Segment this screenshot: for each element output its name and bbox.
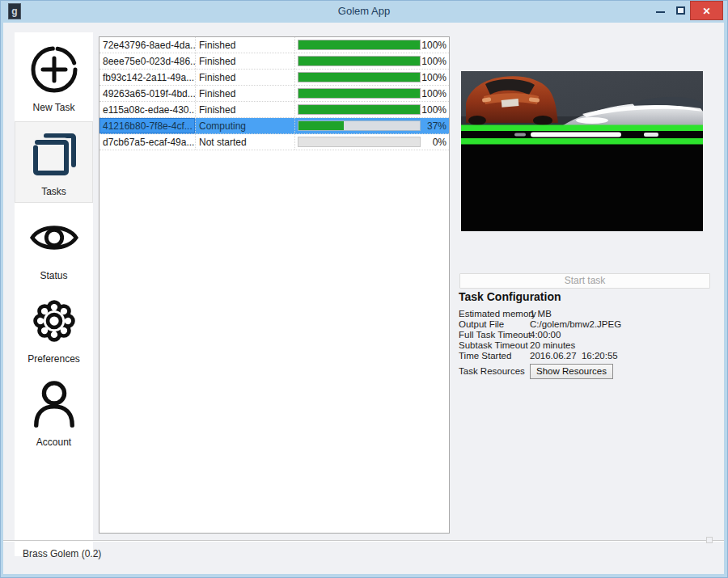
task-status: Finished (196, 53, 295, 69)
progress-bar (298, 88, 421, 99)
task-id: e115a08c-edae-430... (99, 102, 196, 117)
task-id: 41216b80-7f8e-4cf... (99, 118, 196, 133)
progress-bar-fill (298, 40, 420, 49)
task-progress-cell: 100% (295, 102, 449, 117)
field-value: 2016.06.27 16:20:55 (530, 351, 719, 361)
progress-bar (298, 104, 421, 115)
gear-icon (15, 288, 93, 353)
progress-percent: 100% (421, 40, 447, 51)
task-status: Finished (196, 86, 295, 101)
progress-bar-fill (298, 73, 420, 82)
progress-percent: 0% (421, 137, 447, 148)
minimize-icon (656, 11, 665, 13)
field-label: Time Started (459, 351, 530, 361)
field-label: Estimated memory (459, 309, 530, 319)
status-bar-text: Brass Golem (0.2) (23, 548, 101, 559)
field-label: Output File (459, 319, 530, 330)
task-progress-cell: 100% (295, 53, 449, 69)
task-status: Computing (196, 118, 295, 133)
task-configuration: Estimated memory 1 MB Output File C:/gol… (459, 309, 719, 379)
task-row[interactable]: 72e43796-8aed-4da... Finished 100% (99, 37, 449, 53)
tasks-icon (15, 122, 92, 186)
start-task-button[interactable]: Start task (459, 273, 710, 289)
config-row: Estimated memory 1 MB (459, 309, 719, 319)
progress-bar (298, 72, 421, 82)
title-bar[interactable]: g Golem App ✕ (0, 0, 728, 23)
progress-percent: 100% (421, 104, 447, 116)
sidebar-item-status[interactable]: Status (15, 205, 93, 286)
render-preview-image (461, 71, 703, 231)
progress-percent: 100% (421, 88, 447, 99)
config-row: Subtask Timeout 20 minutes (459, 340, 719, 351)
task-configuration-heading: Task Configuration (459, 290, 561, 303)
sidebar-item-label: Preferences (28, 353, 80, 365)
progress-bar (298, 120, 421, 131)
status-bar-divider (3, 540, 724, 542)
sidebar-item-account[interactable]: Account (15, 371, 93, 453)
task-progress-cell: 100% (295, 37, 449, 53)
field-value: 20 minutes (530, 340, 719, 351)
task-id: fb93c142-2a11-49a... (99, 70, 196, 85)
task-id: d7cb67a5-ecaf-49a... (99, 134, 196, 150)
config-row: Task Resources Show Resources (459, 364, 719, 379)
minimize-button[interactable] (652, 2, 670, 19)
task-progress-cell: 100% (295, 86, 449, 101)
task-status: Not started (196, 134, 295, 150)
task-row[interactable]: e115a08c-edae-430... Finished 100% (99, 102, 449, 118)
progress-percent: 37% (421, 120, 447, 132)
progress-bar (298, 40, 421, 50)
task-status: Finished (196, 102, 295, 117)
plus-circle-icon (15, 36, 93, 102)
progress-bar-fill (298, 121, 344, 130)
progress-percent: 100% (421, 56, 447, 67)
content-area: New Task Tasks (3, 23, 724, 574)
close-button[interactable]: ✕ (690, 1, 723, 20)
sidebar: New Task Tasks (15, 32, 93, 556)
field-label: Task Resources (459, 366, 530, 377)
progress-bar (298, 56, 421, 66)
task-id: 8eee75e0-023d-486... (99, 53, 196, 69)
field-label: Full Task Timeout (459, 330, 530, 340)
task-row-selected[interactable]: 41216b80-7f8e-4cf... Computing 37% (99, 118, 449, 134)
task-status: Finished (196, 37, 295, 53)
task-progress-cell: 0% (295, 134, 449, 150)
sidebar-item-tasks[interactable]: Tasks (15, 121, 93, 203)
field-value: 1 MB (530, 309, 719, 319)
task-id: 49263a65-019f-4bd... (99, 86, 196, 101)
user-icon (15, 371, 93, 437)
sidebar-item-new-task[interactable]: New Task (15, 36, 93, 118)
progress-percent: 100% (421, 72, 447, 83)
task-row[interactable]: fb93c142-2a11-49a... Finished 100% (99, 70, 449, 86)
task-progress-cell: 37% (295, 118, 449, 133)
splitter-grip[interactable] (706, 537, 713, 543)
maximize-button[interactable] (672, 2, 690, 19)
config-row: Output File C:/golem/bmw2.JPEG (459, 319, 719, 330)
sidebar-item-preferences[interactable]: Preferences (15, 288, 93, 369)
task-row[interactable]: d7cb67a5-ecaf-49a... Not started 0% (99, 134, 449, 150)
show-resources-button[interactable]: Show Resources (530, 364, 613, 379)
task-id: 72e43796-8aed-4da... (99, 37, 196, 53)
field-label: Subtask Timeout (459, 340, 530, 351)
task-row[interactable]: 8eee75e0-023d-486... Finished 100% (99, 53, 449, 70)
app-window: g Golem App ✕ New Task (0, 0, 728, 578)
task-progress-cell: 100% (295, 70, 449, 85)
progress-bar-fill (298, 105, 420, 114)
maximize-icon (676, 6, 685, 15)
field-value: 4:00:00 (530, 330, 719, 340)
progress-bar (298, 137, 421, 147)
eye-icon (15, 205, 93, 270)
config-row: Full Task Timeout 4:00:00 (459, 330, 719, 340)
task-status: Finished (196, 70, 295, 85)
sidebar-item-label: Tasks (41, 186, 66, 197)
sidebar-item-label: Status (40, 270, 67, 281)
config-row: Time Started 2016.06.27 16:20:55 (459, 351, 719, 361)
progress-bar-fill (298, 57, 420, 65)
field-value: C:/golem/bmw2.JPEG (530, 319, 719, 330)
window-title: Golem App (0, 0, 728, 22)
task-table: 72e43796-8aed-4da... Finished 100% 8eee7… (99, 36, 450, 534)
progress-bar-fill (298, 89, 420, 98)
sidebar-item-label: New Task (33, 102, 75, 113)
sidebar-item-label: Account (36, 437, 71, 448)
task-row[interactable]: 49263a65-019f-4bd... Finished 100% (99, 86, 449, 102)
